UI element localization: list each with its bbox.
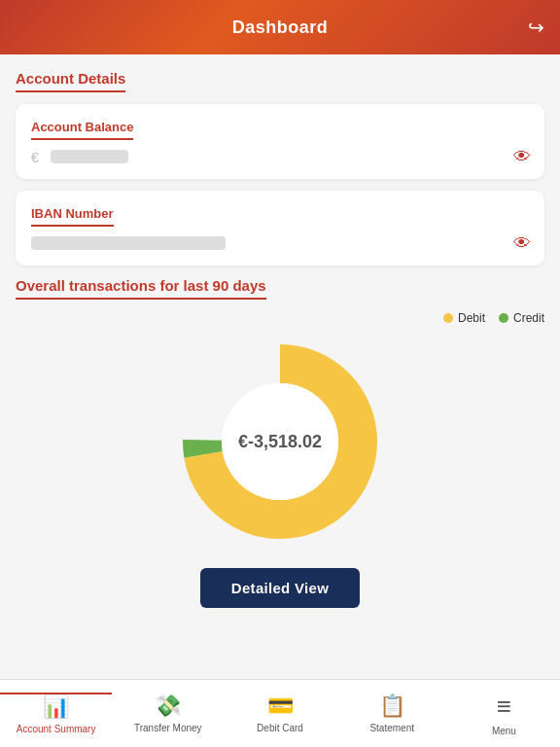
- legend-credit: Credit: [499, 311, 544, 325]
- nav-item-menu[interactable]: ≡ Menu: [448, 692, 560, 736]
- balance-hidden: [51, 150, 128, 163]
- statement-label: Statement: [369, 723, 414, 733]
- debit-card-icon: 💳: [267, 694, 294, 719]
- credit-label: Credit: [513, 311, 544, 325]
- debit-card-label: Debit Card: [257, 723, 303, 733]
- balance-visibility-toggle[interactable]: 👁: [513, 147, 531, 167]
- chart-center-amount: €-3,518.02: [238, 432, 322, 452]
- transfer-money-icon: 💸: [155, 694, 181, 719]
- nav-item-debit-card[interactable]: 💳 Debit Card: [224, 694, 335, 733]
- account-summary-label: Account Summary: [17, 724, 96, 734]
- main-content: Account Details Account Balance € 👁 IBAN…: [0, 54, 560, 679]
- credit-dot: [499, 313, 508, 323]
- menu-icon: ≡: [497, 692, 511, 722]
- detailed-view-button[interactable]: Detailed View: [200, 568, 360, 608]
- transactions-section: Overall transactions for last 90 days De…: [16, 277, 544, 608]
- legend-debit: Debit: [443, 311, 485, 325]
- debit-dot: [443, 313, 453, 323]
- nav-item-transfer-money[interactable]: 💸 Transfer Money: [112, 694, 224, 733]
- donut-chart: €-3,518.02: [173, 335, 387, 549]
- nav-item-account-summary[interactable]: 📊 Account Summary: [0, 693, 112, 734]
- transfer-money-label: Transfer Money: [134, 723, 202, 733]
- app-header: Dashboard ↪: [0, 0, 560, 54]
- bottom-nav: 📊 Account Summary 💸 Transfer Money 💳 Deb…: [0, 679, 560, 747]
- chart-legend: Debit Credit: [16, 311, 544, 325]
- iban-label: IBAN Number: [31, 206, 114, 227]
- header-title: Dashboard: [232, 18, 329, 38]
- balance-card: Account Balance € 👁: [16, 104, 544, 179]
- iban-card: IBAN Number 👁: [16, 191, 544, 266]
- chart-container: €-3,518.02: [16, 335, 544, 549]
- iban-value: [31, 236, 529, 252]
- account-details-title: Account Details: [16, 70, 125, 92]
- balance-value: €: [31, 150, 529, 165]
- debit-label: Debit: [458, 311, 485, 325]
- iban-hidden: [31, 236, 226, 250]
- balance-label: Account Balance: [31, 120, 133, 140]
- logout-icon[interactable]: ↪: [528, 16, 544, 39]
- transactions-title: Overall transactions for last 90 days: [16, 277, 266, 300]
- nav-item-statement[interactable]: 📋 Statement: [336, 694, 448, 733]
- statement-icon: 📋: [379, 694, 405, 719]
- currency-symbol: €: [31, 150, 41, 165]
- account-summary-icon: 📊: [43, 694, 69, 720]
- iban-visibility-toggle[interactable]: 👁: [513, 233, 531, 254]
- menu-label: Menu: [492, 726, 516, 736]
